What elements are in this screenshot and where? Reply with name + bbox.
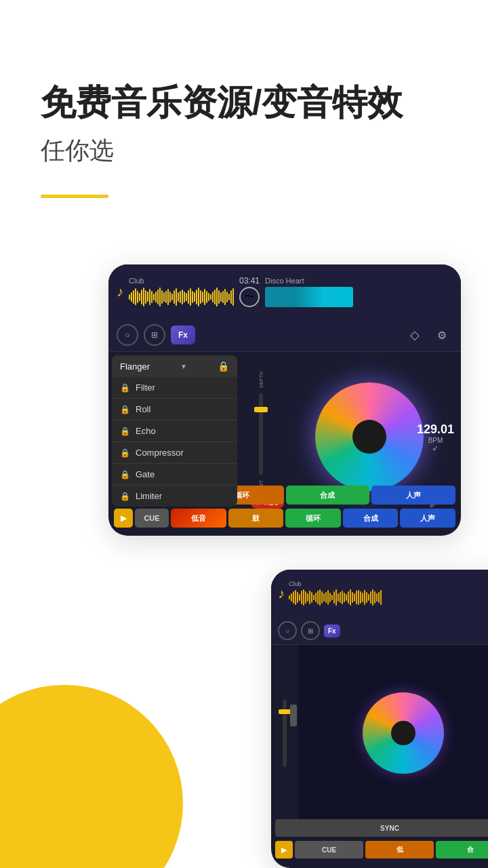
bpm-arrow-icon: ↙	[417, 444, 454, 452]
fx-btn-2[interactable]: Fx	[324, 625, 340, 637]
fx-label-compressor: Compressor	[136, 448, 184, 458]
circle-control-btn[interactable]: ○	[117, 324, 138, 346]
dj-topbar-2: ♪ Club	[271, 570, 488, 617]
dj-left-panel: Flanger ▼ 🔒 🔒 Filter 🔒 Roll 🔒 Echo	[108, 352, 244, 521]
device-mockup-1: ♪ Club	[108, 264, 461, 536]
pad-vocal[interactable]: 人声	[371, 486, 455, 505]
diamond-btn[interactable]: ◇	[404, 324, 426, 346]
pads-row-2-d2: ▶ CUE 低 合	[271, 841, 488, 859]
dj-topbar-1: ♪ Club	[108, 264, 461, 319]
dj-controls-1: ○ ⊞ Fx ◇ ⚙	[108, 319, 461, 352]
eq-control-btn[interactable]: ⊞	[144, 324, 165, 346]
fx-selected-label: Flanger	[120, 361, 150, 372]
dj-interface-2: ♪ Club	[271, 570, 488, 868]
depth-label: DEPTH	[259, 372, 264, 388]
bpm-number: 129.01	[417, 422, 454, 437]
yellow-circle-decoration	[0, 685, 183, 868]
music-note-icon: ♪	[117, 284, 123, 300]
fx-label-gate: Gate	[136, 469, 155, 479]
lock-icon-roll: 🔒	[120, 405, 130, 414]
main-title: 免费音乐资源/变音特效	[41, 81, 447, 123]
dj-center-fader-2	[271, 645, 298, 821]
cue-button-d2[interactable]: CUE	[295, 841, 363, 859]
turntable-section-2	[298, 645, 488, 821]
fx-dropdown-header[interactable]: Flanger ▼ 🔒	[112, 355, 237, 377]
pad-d2-2[interactable]: 合	[436, 841, 488, 859]
device-mockup-2: ♪ Club	[271, 570, 488, 868]
dj-interface-1: ♪ Club	[108, 264, 461, 536]
lock-icon-echo: 🔒	[120, 427, 130, 436]
play-button-d2[interactable]: ▶	[275, 841, 293, 859]
waveform-2	[289, 589, 488, 606]
waveform-left	[129, 287, 234, 307]
fx-button[interactable]: Fx	[171, 326, 195, 344]
fx-dropdown[interactable]: Flanger ▼ 🔒 🔒 Filter 🔒 Roll 🔒 Echo	[112, 355, 237, 507]
dropdown-arrow-icon: ▼	[180, 363, 187, 370]
bpm-label: BPM	[417, 437, 454, 444]
vol-btn-2-1[interactable]	[290, 705, 297, 726]
dj-controls-2: ○ ⊞ Fx	[271, 617, 488, 645]
pads-row-1-d2: SYNC	[271, 819, 488, 837]
lock-icon: 🔒	[218, 361, 229, 372]
eq-btn-2[interactable]: ⊞	[301, 621, 320, 640]
fader-handle-2[interactable]	[279, 709, 291, 714]
fx-item-roll[interactable]: 🔒 Roll	[112, 399, 237, 420]
fx-label-filter: Filter	[136, 382, 155, 393]
pad-loop-2[interactable]: 循环	[285, 509, 341, 528]
fx-item-filter[interactable]: 🔒 Filter	[112, 377, 237, 399]
fx-item-limiter[interactable]: 🔒 Limiter	[112, 486, 237, 507]
pad-bass[interactable]: 低音	[171, 509, 226, 528]
fx-item-echo[interactable]: 🔒 Echo	[112, 420, 237, 442]
time-display: 03:41	[239, 276, 260, 285]
lock-icon-gate: 🔒	[120, 470, 130, 479]
lock-icon-limiter: 🔒	[120, 492, 130, 501]
track-name-2: Club	[289, 580, 488, 587]
pad-vocal-2[interactable]: 人声	[400, 509, 455, 528]
circle-btn-2[interactable]: ○	[278, 621, 297, 640]
sync-button[interactable]: SYNC	[275, 819, 488, 837]
turntable-disk-2[interactable]	[363, 692, 444, 774]
fx-item-compressor[interactable]: 🔒 Compressor	[112, 442, 237, 464]
pad-d2-1[interactable]: 低	[365, 841, 434, 859]
pad-synth-2[interactable]: 合成	[343, 509, 399, 528]
fx-label-echo: Echo	[136, 426, 156, 436]
dj-main-area-2	[271, 645, 488, 821]
pad-synth[interactable]: 合成	[286, 486, 370, 505]
header-section: 免费音乐资源/变音特效 任你选	[0, 0, 488, 167]
track-name-right: Disco Heart	[265, 277, 353, 285]
fx-item-gate[interactable]: 🔒 Gate	[112, 464, 237, 486]
lock-icon-filter: 🔒	[120, 383, 130, 393]
fx-label-limiter: Limiter	[136, 491, 162, 501]
volume-side-2	[290, 705, 297, 733]
settings-btn[interactable]: ⚙	[431, 324, 453, 346]
waveform-right	[265, 287, 353, 307]
pads-row-2: ▶ CUE 低音 鼓 循环 合成 人声	[108, 509, 461, 528]
fader-track[interactable]	[259, 393, 263, 475]
cue-button[interactable]: CUE	[135, 509, 169, 528]
sub-title: 任你选	[41, 134, 447, 167]
fader-track-2[interactable]	[283, 699, 287, 767]
lock-icon-compressor: 🔒	[120, 448, 130, 458]
fader-handle[interactable]	[254, 407, 268, 412]
music-note-icon-2: ♪	[278, 586, 285, 601]
fx-label-roll: Roll	[136, 404, 150, 414]
track-name-left: Club	[129, 277, 234, 285]
play-button[interactable]: ▶	[114, 509, 133, 528]
heartbeat-icon: 〜	[239, 287, 260, 307]
bpm-display: 129.01 BPM ↙	[417, 422, 454, 452]
yellow-divider	[41, 195, 108, 198]
pad-drum-2[interactable]: 鼓	[228, 509, 284, 528]
turntable-disk[interactable]	[315, 382, 424, 491]
